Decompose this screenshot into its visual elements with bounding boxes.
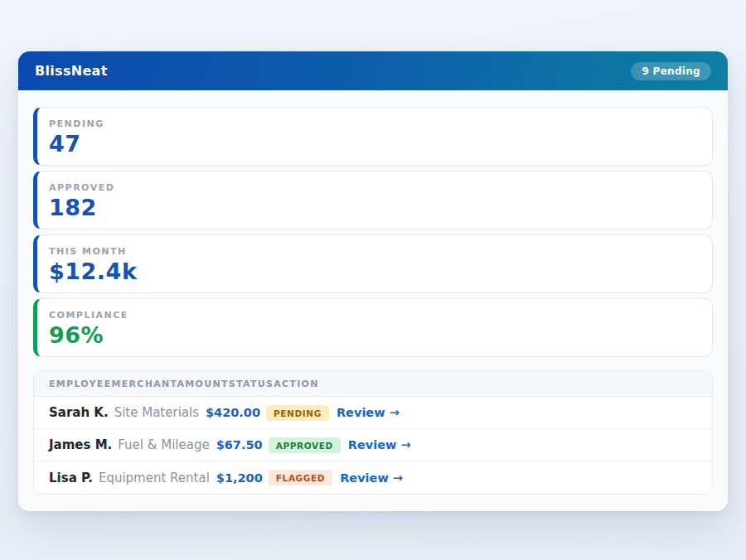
merchant-name: Fuel & Mileage: [118, 437, 209, 452]
column-header-merchant: MERCHANT: [112, 379, 177, 389]
table-row: Lisa P. Equipment Rental $1,200 FLAGGED …: [34, 461, 712, 494]
expense-table: EMPLOYEEMERCHANTAMOUNTSTATUSACTION Sarah…: [33, 370, 713, 495]
amount-value: $1,200: [216, 471, 263, 485]
stats-section: PENDING 47 APPROVED 182 THIS MONTH $12.4…: [33, 107, 713, 357]
status-badge: FLAGGED: [269, 470, 332, 485]
amount-value: $67.50: [216, 438, 263, 451]
pending-count-badge: 9 Pending: [631, 62, 711, 80]
stat-label: THIS MONTH: [49, 246, 697, 257]
app-body: PENDING 47 APPROVED 182 THIS MONTH $12.4…: [18, 90, 728, 511]
stat-value: 182: [49, 196, 697, 220]
table-header-row: EMPLOYEEMERCHANTAMOUNTSTATUSACTION: [34, 371, 712, 397]
status-badge: PENDING: [266, 405, 329, 421]
app-title: BlissNeat: [35, 63, 108, 79]
column-header-status: STATUS: [229, 379, 274, 389]
column-header-action: ACTION: [274, 379, 319, 389]
review-link[interactable]: Review →: [348, 438, 411, 451]
stat-value: $12.4k: [49, 259, 697, 284]
merchant-name: Equipment Rental: [99, 471, 210, 485]
employee-name: Sarah K.: [49, 405, 109, 420]
employee-name: Lisa P.: [49, 471, 93, 485]
review-link[interactable]: Review →: [340, 471, 403, 485]
expense-app-window: BlissNeat 9 Pending PENDING 47 APPROVED …: [18, 51, 728, 511]
employee-name: James M.: [49, 437, 112, 452]
table-row: Sarah K. Site Materials $420.00 PENDING …: [34, 397, 712, 429]
stat-label: COMPLIANCE: [49, 310, 697, 321]
column-header-employee: EMPLOYEE: [49, 379, 112, 389]
stat-card-approved: APPROVED 182: [33, 171, 713, 229]
table-row: James M. Fuel & Mileage $67.50 APPROVED …: [34, 429, 712, 461]
stat-card-this-month: THIS MONTH $12.4k: [33, 234, 713, 293]
stat-card-pending: PENDING 47: [33, 107, 713, 166]
merchant-name: Site Materials: [114, 405, 199, 420]
amount-value: $420.00: [206, 406, 260, 419]
stat-value: 96%: [49, 323, 697, 348]
stat-label: APPROVED: [49, 182, 697, 193]
review-link[interactable]: Review →: [337, 406, 400, 419]
stat-label: PENDING: [49, 118, 697, 129]
stat-value: 47: [49, 132, 697, 157]
status-badge: APPROVED: [269, 437, 341, 453]
stat-card-compliance: COMPLIANCE 96%: [33, 298, 713, 357]
app-header: BlissNeat 9 Pending: [18, 51, 728, 90]
column-header-amount: AMOUNT: [177, 379, 228, 389]
